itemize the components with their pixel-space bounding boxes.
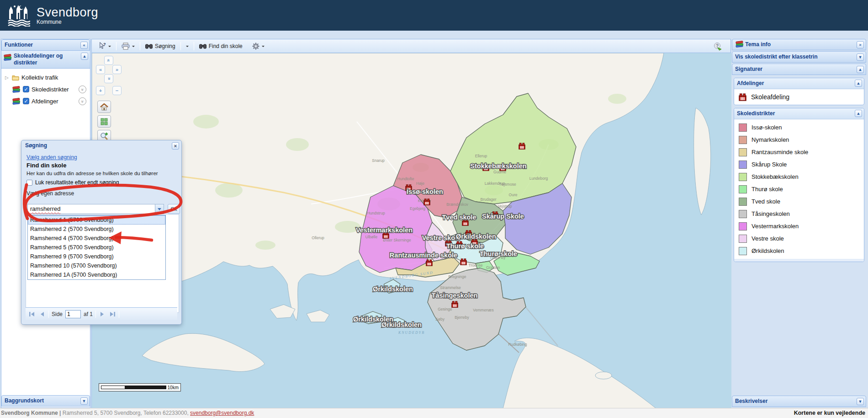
- layer-options-icon[interactable]: »: [79, 86, 86, 93]
- next-page-icon[interactable]: [99, 311, 106, 317]
- printer-icon: [122, 43, 130, 50]
- address-option[interactable]: Ramsherred 4 (5700 Svendborg): [28, 234, 165, 243]
- collapse-afdelinger-button[interactable]: ▲: [855, 80, 862, 87]
- town-label: Grasten: [486, 265, 500, 270]
- folder-icon: [12, 75, 19, 80]
- address-option[interactable]: Ramsherred 2 (5700 Svendborg): [28, 225, 165, 234]
- close-resultlist-checkbox[interactable]: [26, 180, 32, 186]
- tree-item-skoledistrikter[interactable]: ✓ Skoledistrikter »: [1, 83, 90, 95]
- tile-extent-button[interactable]: [97, 115, 111, 128]
- map-canvas[interactable]: SnarupHundtofteHøjeKirkebyEgebjergHundst…: [92, 53, 731, 408]
- pan-up-button[interactable]: «: [104, 56, 113, 65]
- expand-arrow-icon[interactable]: ▷: [5, 75, 10, 80]
- dialog-titlebar[interactable]: Søgning ×: [21, 140, 181, 151]
- collapse-signaturer-button[interactable]: ▲: [857, 66, 864, 73]
- tree-item-label: Afdelinger: [32, 98, 58, 105]
- address-input[interactable]: ramsherred: [27, 204, 155, 214]
- dialog-title: Søgning: [25, 142, 47, 149]
- choose-other-search-link[interactable]: Vælg anden søgning: [26, 154, 77, 161]
- page-number-input[interactable]: [65, 310, 81, 318]
- address-options-list: Ramsherred 1 (5700 Svendborg)Ramsherred …: [27, 215, 166, 280]
- skoledistrikter-header[interactable]: Skoledistrikter ▲: [734, 108, 864, 119]
- home-extent-button[interactable]: [97, 101, 111, 113]
- afdeling-legend-item: Skoleafdeling: [734, 89, 864, 105]
- legend-label: Stokkebækskolen: [752, 173, 799, 180]
- legend-swatch: [739, 123, 747, 132]
- toolbar-separator: [194, 42, 194, 50]
- legend-item: Issø-skolen: [734, 121, 864, 134]
- collapse-tema-info-button[interactable]: »: [857, 41, 864, 48]
- tiles-icon: [101, 118, 108, 125]
- legend-item: Thurø skole: [734, 183, 864, 195]
- sogning-dropdown-button[interactable]: [184, 43, 191, 50]
- town-label: Hundstrup: [367, 211, 385, 215]
- address-option[interactable]: Ramsherred 1 (5700 Svendborg): [28, 215, 165, 225]
- collapse-skoledistrikter-button[interactable]: ▲: [855, 110, 862, 117]
- tree-item-afdelinger[interactable]: ✓ Afdelinger »: [1, 95, 90, 107]
- tree-item-kollektiv-trafik[interactable]: ▷ Kollektiv trafik: [1, 71, 90, 83]
- collapse-group-button[interactable]: ▲: [81, 53, 88, 60]
- previous-page-icon[interactable]: [38, 311, 46, 317]
- town-label: Bjerreby: [455, 315, 469, 320]
- print-button[interactable]: [120, 41, 137, 51]
- legend-item: Ørkildskolen: [734, 245, 864, 257]
- address-option[interactable]: Ramsherred 10 (5700 Svendborg): [28, 261, 165, 270]
- layer-group-header[interactable]: Skoleafdelinger og distrikter ▲: [1, 51, 90, 69]
- district-label: Thurø skole: [446, 242, 484, 250]
- svendborg-logo-icon: [6, 4, 30, 27]
- town-label: Lundeborg: [529, 176, 548, 181]
- pan-down-button[interactable]: «: [104, 74, 113, 83]
- zoom-in-button[interactable]: +: [96, 86, 105, 95]
- legend-swatch: [739, 210, 747, 218]
- close-icon[interactable]: ×: [172, 142, 179, 150]
- legend-swatch: [739, 136, 747, 144]
- legend-list: Issø-skolenNymarkskolenRantzausminde sko…: [734, 119, 864, 259]
- footer-contact: Svendborg Kommune | Ramsherred 5, 5700 S…: [1, 408, 254, 418]
- baggrundskort-header[interactable]: Baggrundskort ▼: [1, 395, 90, 407]
- expand-baggrundskort-button[interactable]: ▼: [80, 397, 88, 405]
- dropdown-caret: [132, 46, 135, 48]
- town-label: Søby: [435, 317, 445, 322]
- footer-org: Svendborg Kommune: [1, 410, 58, 416]
- klassetrin-header[interactable]: Vis skoledistrikt efter klassetrin ▼: [732, 51, 866, 63]
- town-label: Troense: [469, 263, 483, 268]
- footer-email-link[interactable]: svendborg@svendborg.dk: [190, 410, 254, 416]
- help-button[interactable]: ?: [713, 42, 722, 52]
- town-label: Vejstrup: [498, 204, 512, 209]
- layer-checkbox-checked[interactable]: ✓: [23, 98, 29, 104]
- district-label: Ørkildskolen: [381, 321, 422, 328]
- pan-left-button[interactable]: «: [96, 65, 105, 74]
- zoom-out-button[interactable]: −: [112, 86, 122, 95]
- tema-info-panel: Tema info » Vis skoledistrikt efter klas…: [732, 39, 866, 408]
- address-option[interactable]: Ramsherred 5 (5700 Svendborg): [28, 243, 165, 252]
- beskrivelser-title: Beskrivelser: [735, 398, 767, 404]
- expand-klassetrin-button[interactable]: ▼: [857, 54, 864, 61]
- pagination-separator: [119, 311, 119, 318]
- afdelinger-panel: Afdelinger ▲ Skoleafdeling: [734, 78, 864, 105]
- settings-button[interactable]: [250, 41, 266, 51]
- address-option[interactable]: Ramsherred 1A (5700 Svendborg): [28, 270, 165, 279]
- layer-checkbox-checked[interactable]: ✓: [23, 86, 29, 92]
- identify-tool-button[interactable]: ?: [96, 41, 113, 51]
- legend-label: Rantzausminde skole: [752, 149, 808, 155]
- layer-icon: [12, 86, 21, 93]
- afdelinger-header[interactable]: Afdelinger ▲: [734, 78, 864, 89]
- expand-beskrivelser-button[interactable]: ▼: [857, 398, 864, 405]
- help-icon: ?: [713, 42, 722, 51]
- collapse-panel-button[interactable]: «: [80, 42, 88, 49]
- address-option[interactable]: Ramsherred 9 (5700 Svendborg): [28, 252, 165, 261]
- first-page-icon[interactable]: [28, 311, 36, 317]
- ok-button[interactable]: Ok: [168, 204, 180, 214]
- pan-right-button[interactable]: »: [112, 65, 122, 74]
- find-din-skole-button[interactable]: Find din skole: [197, 42, 244, 51]
- magnifier-plus-icon: [100, 132, 108, 140]
- town-label: Høje: [416, 181, 424, 186]
- svg-text:?: ?: [716, 43, 719, 48]
- beskrivelser-header[interactable]: Beskrivelser ▼: [732, 396, 866, 407]
- page-label: Side: [52, 311, 63, 317]
- combo-dropdown-button[interactable]: [155, 204, 164, 214]
- layer-options-icon[interactable]: »: [79, 97, 86, 105]
- sogning-button[interactable]: Søgning: [143, 42, 177, 51]
- signaturer-header[interactable]: Signaturer ▲: [732, 64, 866, 75]
- last-page-icon[interactable]: [109, 311, 116, 317]
